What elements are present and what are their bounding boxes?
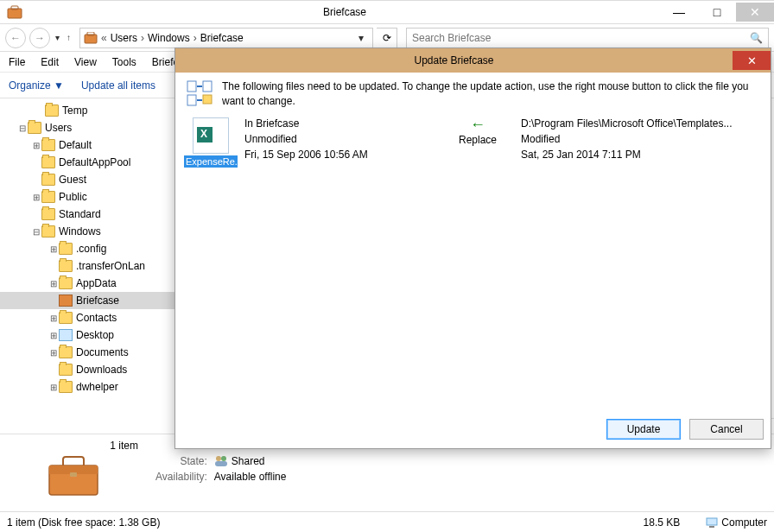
file-name[interactable]: ExpenseRe... bbox=[184, 155, 238, 168]
folder-icon bbox=[28, 122, 41, 134]
tree-item-label: Default bbox=[59, 139, 92, 151]
update-all-button[interactable]: Update all items bbox=[81, 79, 155, 92]
status-size: 18.5 KB bbox=[644, 516, 681, 529]
update-button[interactable]: Update bbox=[606, 419, 681, 440]
svg-rect-13 bbox=[187, 81, 196, 92]
folder-icon bbox=[41, 225, 55, 238]
folder-icon bbox=[41, 139, 55, 151]
forward-button[interactable]: → bbox=[29, 28, 50, 48]
tree-item--transferonlan[interactable]: .transferOnLan bbox=[0, 257, 176, 275]
dialog-title: Update Briefcase bbox=[175, 54, 733, 66]
expand-icon[interactable]: ⊞ bbox=[31, 141, 41, 150]
update-icon bbox=[186, 79, 213, 107]
tree-item-label: Temp bbox=[62, 104, 87, 117]
computer-icon bbox=[706, 517, 718, 528]
dialog-title-bar[interactable]: Update Briefcase ✕ bbox=[175, 48, 771, 73]
folder-icon bbox=[59, 364, 73, 376]
breadcrumb-sep: › bbox=[194, 32, 197, 44]
folder-icon bbox=[41, 174, 55, 186]
folder-icon bbox=[59, 312, 73, 324]
app-icon bbox=[5, 3, 24, 22]
tree-item-appdata[interactable]: ⊞AppData bbox=[0, 275, 176, 292]
expand-icon[interactable]: ⊞ bbox=[48, 244, 59, 254]
tree-item-label: Downloads bbox=[76, 364, 127, 376]
tree-item-label: AppData bbox=[76, 277, 117, 289]
menu-file[interactable]: File bbox=[9, 56, 25, 68]
tree-item-briefcase[interactable]: Briefcase bbox=[0, 292, 176, 309]
tree-item-defaultapppool[interactable]: DefaultAppPool bbox=[0, 154, 176, 171]
folder-tree[interactable]: Temp⊟Users⊞DefaultDefaultAppPoolGuest⊞Pu… bbox=[0, 98, 177, 434]
tree-item-guest[interactable]: Guest bbox=[0, 171, 176, 188]
address-bar[interactable]: « Users › Windows › Briefcase ▾ bbox=[79, 28, 373, 48]
shared-icon bbox=[214, 455, 228, 467]
tree-item-label: .transferOnLan bbox=[76, 260, 145, 272]
state-label: State: bbox=[155, 455, 207, 467]
folder-icon bbox=[59, 381, 73, 393]
tree-item-desktop[interactable]: ⊞Desktop bbox=[0, 326, 176, 344]
title-bar: Briefcase — □ ✕ bbox=[0, 0, 774, 24]
status-location: Computer bbox=[706, 516, 767, 529]
briefcase-large-icon bbox=[46, 455, 101, 497]
tree-item-users[interactable]: ⊟Users bbox=[0, 119, 176, 136]
menu-edit[interactable]: Edit bbox=[41, 56, 59, 68]
tree-item-dwhelper[interactable]: ⊞dwhelper bbox=[0, 378, 176, 396]
folder-icon bbox=[41, 191, 55, 203]
folder-icon bbox=[59, 243, 73, 255]
menu-view[interactable]: View bbox=[74, 56, 97, 68]
right-status: Modified bbox=[521, 131, 760, 147]
svg-rect-16 bbox=[203, 95, 212, 104]
refresh-button[interactable]: ⟳ bbox=[377, 28, 397, 48]
organize-button[interactable]: Organize ▼ bbox=[9, 79, 64, 92]
expand-icon[interactable]: ⊟ bbox=[31, 227, 41, 237]
folder-icon bbox=[59, 346, 73, 358]
status-left: 1 item (Disk free space: 1.38 GB) bbox=[7, 516, 160, 529]
tree-item-public[interactable]: ⊞Public bbox=[0, 188, 176, 206]
tree-item-windows[interactable]: ⊟Windows bbox=[0, 223, 176, 240]
expand-icon[interactable]: ⊞ bbox=[48, 383, 59, 392]
tree-item-downloads[interactable]: Downloads bbox=[0, 361, 176, 378]
breadcrumb-sep: › bbox=[141, 32, 144, 44]
back-button[interactable]: ← bbox=[5, 28, 26, 48]
tree-item-contacts[interactable]: ⊞Contacts bbox=[0, 309, 176, 326]
search-icon: 🔍 bbox=[750, 32, 763, 44]
tree-item-label: Public bbox=[59, 191, 87, 203]
address-dropdown[interactable]: ▾ bbox=[353, 32, 369, 44]
maximize-button[interactable]: □ bbox=[698, 3, 736, 22]
expand-icon[interactable]: ⊞ bbox=[48, 348, 59, 358]
expand-icon[interactable]: ⊟ bbox=[17, 124, 28, 133]
tree-item--config[interactable]: ⊞.config bbox=[0, 240, 176, 257]
file-row[interactable]: ExpenseRe... In Briefcase Unmodified Fri… bbox=[186, 116, 760, 168]
tree-item-label: Guest bbox=[59, 174, 86, 186]
tree-item-label: Users bbox=[45, 122, 72, 134]
expand-icon[interactable]: ⊞ bbox=[31, 193, 41, 202]
tree-item-label: dwhelper bbox=[76, 381, 118, 393]
right-date: Sat, 25 Jan 2014 7:11 PM bbox=[521, 147, 760, 162]
expand-icon[interactable]: ⊞ bbox=[48, 279, 59, 288]
breadcrumb-item[interactable]: Windows bbox=[148, 32, 190, 44]
tree-item-temp[interactable]: Temp bbox=[0, 102, 176, 119]
up-button[interactable]: ↑ bbox=[65, 33, 73, 42]
cancel-button[interactable]: Cancel bbox=[689, 419, 764, 440]
menu-tools[interactable]: Tools bbox=[112, 56, 136, 68]
folder-icon bbox=[45, 104, 59, 117]
tree-item-default[interactable]: ⊞Default bbox=[0, 136, 176, 154]
minimize-button[interactable]: — bbox=[660, 3, 698, 22]
tree-item-documents[interactable]: ⊞Documents bbox=[0, 344, 176, 361]
tree-item-standard[interactable]: Standard bbox=[0, 206, 176, 223]
tree-item-label: Briefcase bbox=[76, 294, 119, 307]
replace-arrow-icon: ← bbox=[443, 116, 512, 134]
expand-icon[interactable]: ⊞ bbox=[48, 314, 59, 323]
expand-icon[interactable]: ⊞ bbox=[48, 331, 59, 340]
breadcrumb-item[interactable]: Users bbox=[111, 32, 137, 44]
breadcrumb-item[interactable]: Briefcase bbox=[200, 32, 244, 44]
svg-rect-7 bbox=[70, 472, 77, 477]
folder-icon bbox=[41, 156, 55, 168]
close-button[interactable]: ✕ bbox=[736, 3, 774, 22]
svg-rect-14 bbox=[203, 81, 212, 92]
svg-rect-10 bbox=[215, 461, 227, 466]
folder-icon bbox=[41, 208, 55, 220]
tree-item-label: Contacts bbox=[76, 312, 117, 324]
dialog-close-button[interactable]: ✕ bbox=[733, 51, 771, 70]
search-input[interactable]: Search Briefcase 🔍 bbox=[406, 28, 769, 48]
history-dropdown[interactable]: ▾ bbox=[54, 33, 61, 42]
